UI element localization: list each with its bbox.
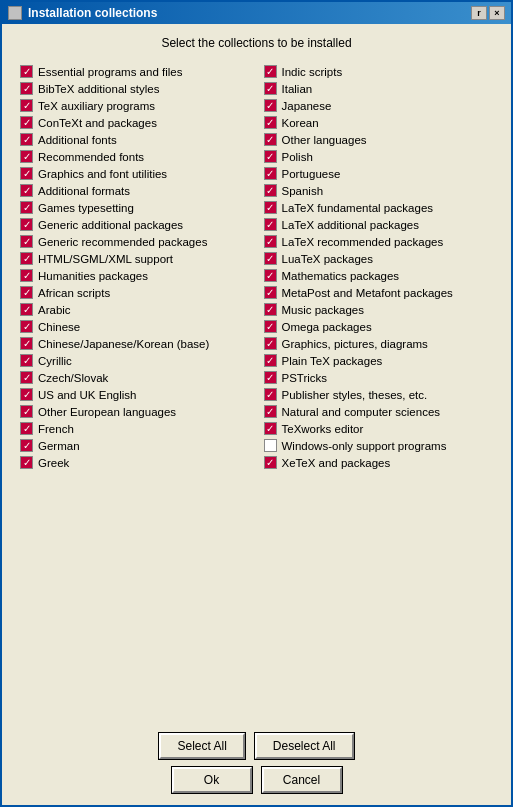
list-item[interactable]: ✓ LaTeX recommended packages <box>262 234 496 249</box>
list-item[interactable]: ✓ Other European languages <box>18 404 252 419</box>
checkbox-icon: ✓ <box>20 82 33 95</box>
item-label: Polish <box>282 151 313 163</box>
checkbox-icon: ✓ <box>20 371 33 384</box>
checkbox-icon: ✓ <box>20 439 33 452</box>
item-label: Plain TeX packages <box>282 355 383 367</box>
list-item[interactable]: ✓ LuaTeX packages <box>262 251 496 266</box>
item-label: Graphics and font utilities <box>38 168 167 180</box>
list-item[interactable]: ✓ Plain TeX packages <box>262 353 496 368</box>
ok-button[interactable]: Ok <box>172 767 252 793</box>
list-item[interactable]: ✓ Recommended fonts <box>18 149 252 164</box>
checkbox-icon: ✓ <box>264 456 277 469</box>
list-item[interactable]: ✓ Indic scripts <box>262 64 496 79</box>
restore-button[interactable]: r <box>471 6 487 20</box>
list-item[interactable]: ✓ Chinese <box>18 319 252 334</box>
right-column: ✓ Indic scripts ✓ Italian ✓ Japanese ✓ K… <box>262 64 496 719</box>
list-item[interactable]: ✓ Korean <box>262 115 496 130</box>
titlebar-title: Installation collections <box>8 6 157 20</box>
list-item[interactable]: ✓ Greek <box>18 455 252 470</box>
cancel-button[interactable]: Cancel <box>262 767 342 793</box>
checkbox-icon: ✓ <box>264 337 277 350</box>
list-item[interactable]: ✓ Graphics, pictures, diagrams <box>262 336 496 351</box>
list-item[interactable]: ✓ French <box>18 421 252 436</box>
checkbox-icon: ✓ <box>264 133 277 146</box>
checkbox-icon: ✓ <box>20 337 33 350</box>
checkbox-icon: ✓ <box>20 405 33 418</box>
checkbox-icon: ✓ <box>264 116 277 129</box>
list-item[interactable]: ✓ Publisher styles, theses, etc. <box>262 387 496 402</box>
list-item[interactable]: ✓ Natural and computer sciences <box>262 404 496 419</box>
list-item[interactable]: ✓ MetaPost and Metafont packages <box>262 285 496 300</box>
select-all-button[interactable]: Select All <box>159 733 244 759</box>
list-item[interactable]: ✓ Additional fonts <box>18 132 252 147</box>
close-button[interactable]: × <box>489 6 505 20</box>
list-item[interactable]: ✓ TeXworks editor <box>262 421 496 436</box>
item-label: MetaPost and Metafont packages <box>282 287 453 299</box>
list-item[interactable]: ✓ Humanities packages <box>18 268 252 283</box>
list-item[interactable]: ✓ Generic additional packages <box>18 217 252 232</box>
item-label: LuaTeX packages <box>282 253 373 265</box>
list-item[interactable]: ✓ Polish <box>262 149 496 164</box>
item-label: PSTricks <box>282 372 328 384</box>
list-item[interactable]: Windows-only support programs <box>262 438 496 453</box>
item-label: Graphics, pictures, diagrams <box>282 338 428 350</box>
list-item[interactable]: ✓ PSTricks <box>262 370 496 385</box>
list-item[interactable]: ✓ Arabic <box>18 302 252 317</box>
titlebar: Installation collections r × <box>2 2 511 24</box>
list-item[interactable]: ✓ Music packages <box>262 302 496 317</box>
list-item[interactable]: ✓ Spanish <box>262 183 496 198</box>
item-label: Generic additional packages <box>38 219 183 231</box>
item-label: Indic scripts <box>282 66 343 78</box>
action-buttons-row: Ok Cancel <box>172 767 342 793</box>
list-item[interactable]: ✓ ConTeXt and packages <box>18 115 252 130</box>
item-label: LaTeX fundamental packages <box>282 202 434 214</box>
list-item[interactable]: ✓ Chinese/Japanese/Korean (base) <box>18 336 252 351</box>
list-item[interactable]: ✓ Czech/Slovak <box>18 370 252 385</box>
list-item[interactable]: ✓ TeX auxiliary programs <box>18 98 252 113</box>
item-label: Mathematics packages <box>282 270 400 282</box>
item-label: HTML/SGML/XML support <box>38 253 173 265</box>
list-item[interactable]: ✓ XeTeX and packages <box>262 455 496 470</box>
left-column: ✓ Essential programs and files ✓ BibTeX … <box>18 64 252 719</box>
item-label: TeXworks editor <box>282 423 364 435</box>
list-item[interactable]: ✓ Graphics and font utilities <box>18 166 252 181</box>
list-item[interactable]: ✓ Essential programs and files <box>18 64 252 79</box>
select-buttons-row: Select All Deselect All <box>159 733 353 759</box>
checkbox-icon: ✓ <box>20 116 33 129</box>
item-label: Humanities packages <box>38 270 148 282</box>
list-item[interactable]: ✓ LaTeX additional packages <box>262 217 496 232</box>
item-label: Additional formats <box>38 185 130 197</box>
deselect-all-button[interactable]: Deselect All <box>255 733 354 759</box>
checkbox-icon: ✓ <box>264 286 277 299</box>
list-item[interactable]: ✓ Portuguese <box>262 166 496 181</box>
list-item[interactable]: ✓ Omega packages <box>262 319 496 334</box>
list-item[interactable]: ✓ German <box>18 438 252 453</box>
list-item[interactable]: ✓ HTML/SGML/XML support <box>18 251 252 266</box>
item-label: Chinese <box>38 321 80 333</box>
item-label: Publisher styles, theses, etc. <box>282 389 428 401</box>
list-item[interactable]: ✓ LaTeX fundamental packages <box>262 200 496 215</box>
list-item[interactable]: ✓ African scripts <box>18 285 252 300</box>
list-item[interactable]: ✓ Mathematics packages <box>262 268 496 283</box>
checkbox-icon: ✓ <box>264 269 277 282</box>
checkbox-icon: ✓ <box>264 82 277 95</box>
list-item[interactable]: ✓ Games typesetting <box>18 200 252 215</box>
item-label: Games typesetting <box>38 202 134 214</box>
list-item[interactable]: ✓ Additional formats <box>18 183 252 198</box>
item-label: Additional fonts <box>38 134 117 146</box>
checkbox-icon: ✓ <box>264 388 277 401</box>
list-item[interactable]: ✓ Other languages <box>262 132 496 147</box>
checkbox-icon: ✓ <box>264 184 277 197</box>
checkbox-icon: ✓ <box>264 235 277 248</box>
list-item[interactable]: ✓ Italian <box>262 81 496 96</box>
list-item[interactable]: ✓ BibTeX additional styles <box>18 81 252 96</box>
list-item[interactable]: ✓ US and UK English <box>18 387 252 402</box>
item-label: Chinese/Japanese/Korean (base) <box>38 338 209 350</box>
list-item[interactable]: ✓ Japanese <box>262 98 496 113</box>
item-label: Cyrillic <box>38 355 72 367</box>
checkbox-icon: ✓ <box>20 65 33 78</box>
item-label: Other languages <box>282 134 367 146</box>
list-item[interactable]: ✓ Generic recommended packages <box>18 234 252 249</box>
window-icon <box>8 6 22 20</box>
list-item[interactable]: ✓ Cyrillic <box>18 353 252 368</box>
